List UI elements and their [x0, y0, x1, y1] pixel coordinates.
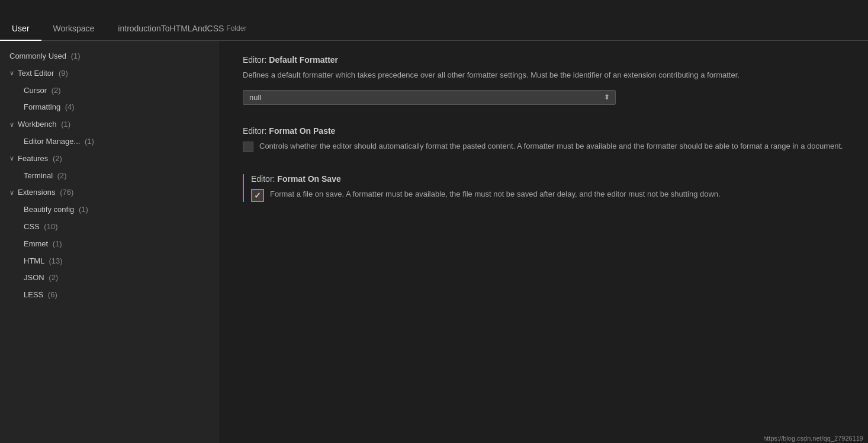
setting-default-formatter: Editor: Default Formatter Defines a defa… — [243, 55, 844, 105]
sidebar-item-label: Cursor (2) — [24, 85, 61, 97]
sidebar-item-html[interactable]: HTML (13) — [0, 253, 219, 270]
sidebar-item-label: Features (2) — [18, 153, 62, 165]
setting-description-default-formatter: Defines a default formatter which takes … — [243, 69, 844, 82]
tab-folder-label: introductionToHTMLAndCSS — [118, 24, 224, 33]
sidebar-item-label: Workbench (1) — [18, 118, 70, 131]
sidebar-item-label: Commonly Used (1) — [9, 50, 81, 63]
sidebar-item-label: JSON (2) — [24, 272, 58, 284]
chevron-icon: ∨ — [9, 153, 14, 164]
chevron-icon: ∨ — [9, 188, 14, 198]
sidebar-item-features[interactable]: ∨ Features (2) — [0, 150, 219, 168]
sidebar-item-cursor[interactable]: Cursor (2) — [0, 82, 219, 99]
sidebar-item-label: CSS (10) — [24, 221, 57, 233]
format-on-paste-description: Controls whether the editor should autom… — [259, 140, 843, 153]
sidebar-item-editor-manage[interactable]: Editor Manage... (1) — [0, 133, 219, 150]
tab-workspace-label: Workspace — [53, 24, 95, 33]
tab-user[interactable]: User — [0, 17, 41, 40]
setting-format-on-save: Editor: Format On Save ✓ Format a file o… — [243, 174, 844, 202]
chevron-icon: ∨ — [9, 68, 14, 79]
footer-url: https://blog.csdn.net/qq_27926119 — [763, 435, 863, 442]
select-wrapper-formatter[interactable]: null — [243, 90, 616, 105]
setting-title-prefix: Editor: — [243, 126, 269, 136]
checkmark-icon: ✓ — [254, 191, 261, 200]
sidebar-item-emmet[interactable]: Emmet (1) — [0, 236, 219, 253]
sidebar-item-css[interactable]: CSS (10) — [0, 219, 219, 236]
sidebar-item-label: Terminal (2) — [24, 170, 67, 182]
sidebar-item-label: Beautify config (1) — [24, 204, 88, 216]
sidebar-item-text-editor[interactable]: ∨ Text Editor (9) — [0, 65, 219, 82]
setting-title-prefix: Editor: — [251, 174, 277, 184]
setting-title-default-formatter: Editor: Default Formatter — [243, 55, 844, 65]
sidebar-item-label: Emmet (1) — [24, 238, 62, 251]
sidebar: Commonly Used (1) ∨ Text Editor (9) Curs… — [0, 41, 219, 443]
tab-user-label: User — [12, 24, 30, 33]
status-bar: https://blog.csdn.net/qq_27926119 — [758, 434, 868, 443]
format-on-paste-row: Controls whether the editor should autom… — [243, 140, 844, 153]
tab-folder[interactable]: introductionToHTMLAndCSS Folder — [106, 17, 258, 40]
chevron-icon: ∨ — [9, 120, 14, 130]
sidebar-item-less[interactable]: LESS (6) — [0, 287, 219, 304]
sidebar-item-extensions[interactable]: ∨ Extensions (76) — [0, 184, 219, 201]
sidebar-item-label: LESS (6) — [24, 289, 57, 301]
sidebar-item-terminal[interactable]: Terminal (2) — [0, 168, 219, 185]
format-on-save-checkbox-container[interactable]: ✓ — [251, 189, 264, 202]
setting-title-bold: Default Formatter — [269, 55, 338, 65]
main-layout: Commonly Used (1) ∨ Text Editor (9) Curs… — [0, 41, 868, 443]
sidebar-item-label: Formatting (4) — [24, 101, 75, 114]
setting-title-prefix: Editor: — [243, 55, 269, 65]
sidebar-item-label: Extensions (76) — [18, 187, 73, 199]
sidebar-item-label: Text Editor (9) — [18, 68, 68, 80]
settings-content: Editor: Default Formatter Defines a defa… — [219, 41, 868, 443]
sidebar-item-commonly-used[interactable]: Commonly Used (1) — [0, 48, 219, 65]
header: User Workspace introductionToHTMLAndCSS … — [0, 0, 868, 41]
sidebar-item-label: HTML (13) — [24, 255, 63, 268]
tab-folder-extra: Folder — [226, 24, 246, 33]
setting-title-bold: Format On Save — [277, 174, 340, 184]
sidebar-item-beautify-config[interactable]: Beautify config (1) — [0, 201, 219, 219]
tab-workspace[interactable]: Workspace — [41, 17, 107, 40]
sidebar-item-json[interactable]: JSON (2) — [0, 269, 219, 287]
formatter-select[interactable]: null — [243, 90, 616, 105]
setting-title-format-on-save: Editor: Format On Save — [251, 174, 844, 184]
format-on-save-row: ✓ Format a file on save. A formatter mus… — [251, 188, 844, 202]
format-on-paste-checkbox[interactable] — [243, 142, 253, 152]
sidebar-item-label: Editor Manage... (1) — [24, 136, 94, 148]
sidebar-item-workbench[interactable]: ∨ Workbench (1) — [0, 116, 219, 133]
setting-title-format-on-paste: Editor: Format On Paste — [243, 126, 844, 136]
setting-format-on-paste: Editor: Format On Paste Controls whether… — [243, 126, 844, 153]
format-on-save-description: Format a file on save. A formatter must … — [270, 188, 721, 201]
format-on-paste-checkbox-container[interactable] — [243, 142, 253, 152]
setting-title-bold: Format On Paste — [269, 126, 335, 136]
sidebar-item-formatting[interactable]: Formatting (4) — [0, 99, 219, 116]
